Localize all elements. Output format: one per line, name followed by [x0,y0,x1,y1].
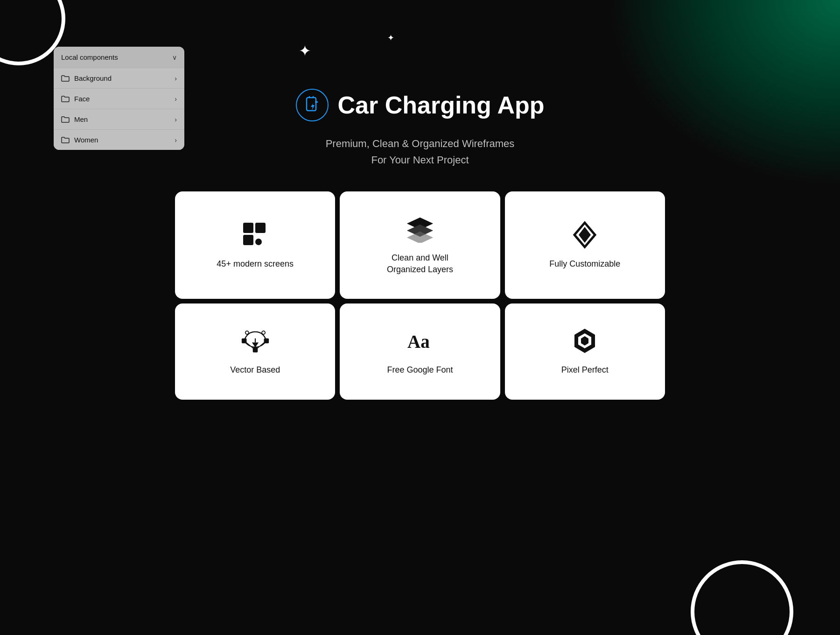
item-left-men: Men [61,115,88,123]
panel-item-face[interactable]: Face › [54,88,184,109]
star-decoration-1: ✦ [299,42,311,60]
diamond-icon [571,221,599,249]
feature-card-font: Aa Free Google Font [340,303,500,399]
charging-icon [303,96,322,114]
feature-card-pixel: Pixel Perfect [505,303,665,399]
font-icon: Aa [406,327,434,355]
subtitle-line2: For Your Next Project [371,154,469,166]
feature-label-screens: 45+ modern screens [217,258,294,270]
layers-icon [406,215,434,243]
item-label-face: Face [74,95,90,103]
svg-marker-8 [407,232,433,243]
folder-icon-women [61,136,70,144]
app-subtitle: Premium, Clean & Organized Wireframes Fo… [210,135,630,168]
item-left-face: Face [61,95,90,103]
svg-rect-2 [243,223,253,233]
item-label-women: Women [74,136,98,144]
svg-text:Aa: Aa [407,332,430,352]
center-content: Car Charging App Premium, Clean & Organi… [210,89,630,168]
item-left-background: Background [61,74,112,82]
feature-label-customize: Fully Customizable [549,258,620,270]
panel-items-list: Background › Face › Men › [54,68,184,150]
chevron-face: › [175,95,177,103]
app-title: Car Charging App [338,91,545,119]
folder-icon-background [61,75,70,82]
star-decoration-2: ✦ [387,33,394,43]
feature-card-screens: 45+ modern screens [175,191,335,299]
chevron-background: › [175,75,177,82]
feature-card-customize: Fully Customizable [505,191,665,299]
panel-item-women[interactable]: Women › [54,129,184,150]
panel-header-label: Local components [61,53,118,61]
vector-icon [241,327,269,355]
feature-label-layers: Clean and WellOrganized Layers [387,252,453,275]
app-header: Car Charging App [210,89,630,121]
item-left-women: Women [61,136,98,144]
svg-rect-3 [255,223,266,233]
item-label-men: Men [74,115,88,123]
feature-card-vector: Vector Based [175,303,335,399]
local-components-panel: Local components ∨ Background › Face › [54,47,184,150]
panel-item-background[interactable]: Background › [54,68,184,88]
svg-rect-0 [307,98,316,111]
item-label-background: Background [74,74,112,82]
svg-rect-4 [243,235,253,245]
chevron-women: › [175,136,177,144]
feature-label-font: Free Google Font [387,364,453,376]
feature-grid: 45+ modern screens Clean and WellOrganiz… [175,191,665,400]
svg-rect-5 [255,239,262,245]
folder-icon-face [61,95,70,103]
feature-label-pixel: Pixel Perfect [561,364,609,376]
grid-icon [241,221,269,249]
bg-gradient [607,0,840,187]
folder-icon-men [61,116,70,123]
panel-item-men[interactable]: Men › [54,109,184,129]
chevron-men: › [175,116,177,123]
panel-header[interactable]: Local components ∨ [54,47,184,68]
feature-label-vector: Vector Based [230,364,280,376]
subtitle-line1: Premium, Clean & Organized Wireframes [326,138,515,149]
panel-collapse-icon: ∨ [172,54,177,61]
app-icon [296,89,329,121]
svg-rect-1 [315,101,318,103]
bg-circle-bottom-right [691,560,793,635]
hex-icon [571,327,599,355]
feature-card-layers: Clean and WellOrganized Layers [340,191,500,299]
